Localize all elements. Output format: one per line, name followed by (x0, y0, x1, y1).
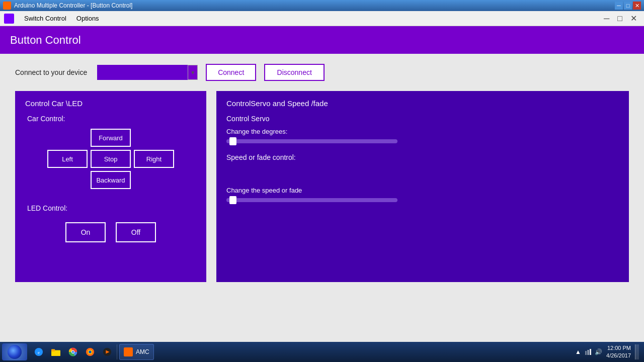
close-button[interactable]: ✕ (633, 2, 641, 10)
taskbar-chrome-icon[interactable] (65, 344, 80, 360)
running-app-icon (124, 347, 133, 356)
title-bar: Arduino Multiple Controller - [Button Co… (0, 0, 644, 11)
stop-button[interactable]: Stop (91, 150, 131, 168)
right-panel: ControlServo and Speed /fade Control Ser… (216, 91, 629, 282)
taskbar-divider (117, 344, 117, 359)
svg-rect-13 (588, 350, 589, 355)
page-title: Button Control (10, 34, 81, 47)
taskbar-right: ▲ 🔊 12:00 PM 4/26/2017 (574, 344, 642, 360)
minimize-button[interactable]: ─ (615, 2, 623, 10)
title-bar-icon (3, 2, 11, 10)
disconnect-button[interactable]: Disconnect (264, 64, 325, 81)
maximize-button[interactable]: □ (624, 2, 632, 10)
left-panel-title: Control Car \LED (25, 99, 196, 108)
tray-icons: ▲ 🔊 (574, 348, 602, 356)
car-controls: Forward Left Stop Right Backward (25, 129, 196, 189)
car-backward-row: Backward (91, 171, 131, 189)
device-select-wrapper: ▼ (97, 65, 198, 80)
forward-button[interactable]: Forward (91, 129, 131, 147)
tray-network-icon[interactable] (584, 348, 592, 356)
svg-rect-3 (51, 349, 55, 352)
servo-label: Control Servo (226, 115, 619, 123)
menu-switch-control[interactable]: Switch Control (20, 13, 70, 24)
servo-section: Control Servo Change the degrees: (226, 115, 619, 143)
speed-slider-thumb[interactable] (229, 196, 236, 204)
window-close-button[interactable]: ✕ (627, 13, 640, 24)
start-button[interactable] (2, 343, 27, 360)
car-section-label: Car Control: (27, 115, 196, 123)
car-middle-row: Left Stop Right (47, 150, 174, 168)
speed-slider-track[interactable] (226, 198, 397, 202)
connect-button[interactable]: Connect (206, 64, 256, 81)
left-button[interactable]: Left (47, 150, 88, 168)
taskbar-ie-icon[interactable]: e (31, 344, 46, 360)
led-section: LED Control: On Off (25, 204, 196, 242)
left-panel: Control Car \LED Car Control: Forward Le… (15, 91, 206, 282)
panels-row: Control Car \LED Car Control: Forward Le… (15, 91, 629, 282)
degrees-slider-thumb[interactable] (229, 137, 236, 145)
backward-button[interactable]: Backward (91, 171, 131, 189)
tray-volume-icon[interactable]: 🔊 (594, 348, 602, 356)
title-bar-text: Arduino Multiple Controller - [Button Co… (14, 2, 132, 9)
svg-rect-14 (590, 349, 591, 355)
svg-point-6 (72, 351, 74, 353)
device-select[interactable] (97, 65, 198, 80)
led-off-button[interactable]: Off (116, 222, 156, 242)
window-controls: ─ □ ✕ (601, 13, 640, 24)
degrees-label: Change the degrees: (226, 128, 619, 135)
start-orb-icon (8, 345, 22, 359)
window-maximize-button[interactable]: □ (614, 13, 625, 24)
svg-point-9 (89, 350, 91, 353)
led-section-label: LED Control: (27, 204, 196, 212)
window-minimize-button[interactable]: ─ (601, 13, 612, 24)
car-forward-row: Forward (91, 129, 131, 147)
app-icon (4, 14, 14, 24)
menu-options[interactable]: Options (72, 13, 103, 24)
speed-label: Change the speed or fade (226, 187, 619, 194)
clock-date: 4/26/2017 (606, 352, 631, 359)
right-button[interactable]: Right (134, 150, 174, 168)
menu-bar: Switch Control Options ─ □ ✕ (0, 11, 644, 26)
speed-section: Speed or fade control: Change the speed … (226, 153, 619, 202)
svg-rect-12 (585, 351, 587, 355)
main-content: Connect to your device ▼ Connect Disconn… (0, 54, 644, 342)
connect-row: Connect to your device ▼ Connect Disconn… (15, 64, 629, 81)
taskbar: e AMC ▲ (0, 342, 644, 362)
clock-time: 12:00 PM (606, 344, 631, 352)
led-buttons: On Off (25, 222, 196, 242)
running-app-label: AMC (136, 348, 149, 355)
degrees-slider-track[interactable] (226, 139, 397, 143)
app-header: Button Control (0, 26, 644, 54)
led-on-button[interactable]: On (65, 222, 106, 242)
tray-up-arrow-icon[interactable]: ▲ (574, 348, 582, 356)
svg-text:e: e (38, 350, 40, 355)
degrees-slider-wrapper (226, 139, 619, 143)
taskbar-firefox-icon[interactable] (83, 344, 98, 360)
speed-slider-wrapper (226, 198, 619, 202)
title-bar-controls: ─ □ ✕ (615, 2, 641, 10)
speed-section-label: Speed or fade control: (226, 153, 619, 161)
taskbar-media-icon[interactable] (100, 344, 115, 360)
connect-label: Connect to your device (15, 68, 87, 76)
right-panel-title: ControlServo and Speed /fade (226, 99, 619, 108)
show-desktop-icon[interactable] (635, 344, 639, 359)
taskbar-running-app[interactable]: AMC (119, 344, 154, 360)
select-arrow-icon[interactable]: ▼ (188, 65, 198, 80)
taskbar-explorer-icon[interactable] (48, 344, 63, 360)
taskbar-clock[interactable]: 12:00 PM 4/26/2017 (606, 344, 631, 360)
